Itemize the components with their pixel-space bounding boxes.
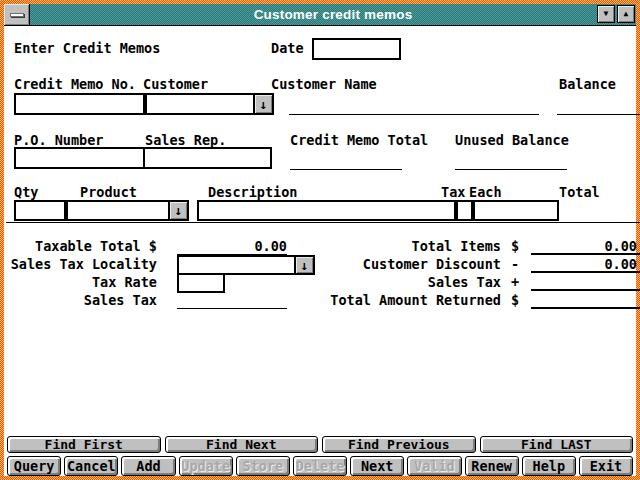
total-amount-returned-symbol: $ bbox=[511, 293, 519, 308]
system-menu-button[interactable] bbox=[4, 4, 30, 25]
find-button-row: Find FirstFind NextFind PreviousFind LAS… bbox=[7, 436, 633, 453]
total-items-symbol: $ bbox=[511, 239, 519, 254]
sales-tax-locality-label: Sales Tax Locality bbox=[4, 257, 157, 272]
po-number-input[interactable] bbox=[14, 147, 145, 169]
sales-tax-left-label: Sales Tax bbox=[4, 293, 157, 308]
window-title: Customer credit memos bbox=[254, 7, 413, 22]
form-heading: Enter Credit Memos bbox=[14, 41, 160, 56]
sales-tax-right-symbol: + bbox=[511, 275, 519, 290]
sales-tax-left-field bbox=[177, 292, 287, 309]
sales-rep-label: Sales Rep. bbox=[145, 133, 226, 148]
button-cancel[interactable]: Cancel bbox=[64, 456, 118, 476]
credit-memo-no-input[interactable] bbox=[14, 93, 145, 115]
button-find-first[interactable]: Find First bbox=[7, 436, 161, 453]
description-label: Description bbox=[208, 185, 297, 200]
minimize-icon: ▼ bbox=[604, 10, 609, 18]
button-exit[interactable]: Exit bbox=[579, 456, 633, 476]
date-label: Date bbox=[271, 41, 304, 56]
total-amount-returned-field bbox=[531, 291, 640, 309]
sales-tax-locality-combo[interactable]: ↓ bbox=[177, 255, 315, 275]
customer-combo[interactable]: ↓ bbox=[145, 93, 274, 115]
customer-discount-symbol: - bbox=[511, 257, 519, 272]
button-find-next[interactable]: Find Next bbox=[165, 436, 319, 453]
button-update: Update bbox=[179, 456, 233, 476]
tax-rate-input[interactable] bbox=[177, 273, 225, 293]
sales-tax-right-label: Sales Tax bbox=[304, 275, 501, 290]
button-help[interactable]: Help bbox=[522, 456, 576, 476]
action-button-row: QueryCancelAddUpdateStoreDeleteNextValid… bbox=[7, 456, 633, 476]
credit-memo-total-field bbox=[290, 152, 402, 170]
unused-balance-label: Unused Balance bbox=[455, 133, 569, 148]
button-renew[interactable]: Renew bbox=[465, 456, 519, 476]
button-store: Store bbox=[236, 456, 290, 476]
taxable-total-label: Taxable Total $ bbox=[4, 239, 157, 254]
button-add[interactable]: Add bbox=[121, 456, 175, 476]
tax-label: Tax bbox=[441, 185, 465, 200]
qty-label: Qty bbox=[14, 185, 38, 200]
unused-balance-field bbox=[455, 152, 567, 170]
product-label: Product bbox=[80, 185, 137, 200]
customer-name-field bbox=[289, 97, 539, 115]
detail-row-separator bbox=[6, 205, 640, 223]
button-delete: Delete bbox=[293, 456, 347, 476]
customer-label: Customer bbox=[143, 77, 208, 92]
balance-field bbox=[557, 97, 640, 115]
button-valid: Valid bbox=[407, 456, 461, 476]
total-items-underline bbox=[531, 237, 640, 255]
title-bar-main: Customer credit memos ▼ ▲ bbox=[30, 4, 636, 25]
chevron-down-icon: ↓ bbox=[260, 98, 268, 111]
customer-combo-arrow-button[interactable]: ↓ bbox=[253, 95, 272, 113]
minimize-button[interactable]: ▼ bbox=[597, 5, 615, 23]
balance-label: Balance bbox=[559, 77, 616, 92]
customer-name-label: Customer Name bbox=[271, 77, 377, 92]
credit-memo-total-label: Credit Memo Total bbox=[290, 133, 428, 148]
maximize-button[interactable]: ▲ bbox=[617, 5, 635, 23]
each-label: Each bbox=[469, 185, 502, 200]
tax-rate-label: Tax Rate bbox=[4, 275, 157, 290]
taxable-total-underline bbox=[177, 238, 287, 256]
button-query[interactable]: Query bbox=[7, 456, 61, 476]
total-items-label: Total Items bbox=[304, 239, 501, 254]
button-next[interactable]: Next bbox=[350, 456, 404, 476]
button-find-previous[interactable]: Find Previous bbox=[322, 436, 476, 453]
window-border: Customer credit memos ▼ ▲ Enter Credit M… bbox=[0, 0, 640, 480]
po-number-label: P.O. Number bbox=[14, 133, 103, 148]
total-amount-returned-label: Total Amount Returned bbox=[304, 293, 501, 308]
button-find-last[interactable]: Find LAST bbox=[480, 436, 634, 453]
form-area: Enter Credit Memos Date Credit Memo No. … bbox=[4, 26, 636, 476]
system-menu-icon bbox=[10, 13, 24, 17]
customer-discount-label: Customer Discount bbox=[304, 257, 501, 272]
total-label: Total bbox=[559, 185, 600, 200]
sales-tax-right-field bbox=[531, 273, 640, 291]
maximize-icon: ▲ bbox=[624, 10, 629, 18]
title-bar: Customer credit memos ▼ ▲ bbox=[4, 4, 636, 26]
date-input[interactable] bbox=[312, 38, 401, 60]
credit-memo-no-label: Credit Memo No. bbox=[14, 77, 136, 92]
customer-discount-underline bbox=[531, 255, 640, 273]
sales-rep-input[interactable] bbox=[143, 147, 272, 169]
